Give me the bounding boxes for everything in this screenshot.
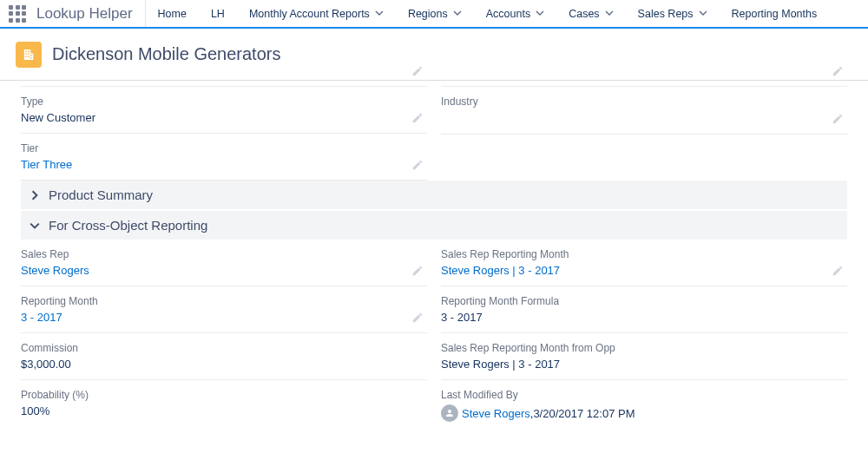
section-cross-object[interactable]: For Cross-Object Reporting	[21, 211, 847, 240]
field-sales-rep-reporting-month-opp: Sales Rep Reporting Month from Opp Steve…	[441, 333, 847, 380]
field-label: Sales Rep	[21, 248, 401, 260]
field-value: 3 - 2017	[441, 311, 821, 324]
field-label: Industry	[441, 95, 821, 108]
field-last-modified-by: Last Modified By Steve Rogers, 3/20/2017…	[441, 380, 847, 430]
edit-icon[interactable]	[411, 65, 424, 77]
nav-label: LH	[211, 8, 225, 20]
field-sales-rep-reporting-month: Sales Rep Reporting Month Steve Rogers |…	[441, 240, 847, 286]
record-header: Dickenson Mobile Generators	[0, 29, 868, 81]
nav-label: Regions	[408, 8, 448, 20]
field-label: Sales Rep Reporting Month	[441, 248, 821, 260]
field-reporting-month-formula: Reporting Month Formula 3 - 2017	[441, 286, 847, 333]
nav-label: Sales Reps	[638, 8, 694, 20]
edit-icon[interactable]	[411, 159, 424, 171]
field-label: Reporting Month	[21, 295, 401, 307]
timestamp: 3/20/2017 12:07 PM	[533, 407, 635, 420]
cross-object-fields: Sales Rep Steve Rogers Reporting Month 3…	[0, 240, 868, 430]
field-type: Type New Customer	[21, 87, 427, 134]
field-label: Reporting Month Formula	[441, 295, 821, 307]
chevron-down-icon[interactable]	[605, 8, 614, 20]
field-value-link[interactable]: 3 - 2017	[21, 311, 401, 324]
field-value-link[interactable]: Steve Rogers | 3 - 2017	[441, 264, 821, 277]
edit-icon[interactable]	[411, 265, 424, 277]
section-title: Product Summary	[49, 187, 153, 202]
nav-regions[interactable]: Regions	[396, 0, 474, 27]
field-value-link[interactable]: Tier Three	[21, 158, 401, 171]
field-value: 100%	[21, 404, 401, 417]
section-product-summary[interactable]: Product Summary	[21, 181, 847, 209]
chevron-right-icon	[30, 190, 40, 200]
edit-icon[interactable]	[832, 65, 844, 77]
nav-cases[interactable]: Cases	[556, 0, 625, 27]
detail-row: Type New Customer Tier Tier Three Indust…	[0, 87, 868, 181]
field-label: Tier	[21, 142, 401, 154]
field-commission: Commission $3,000.00	[21, 333, 427, 380]
app-launcher-cell: Lookup Helper	[0, 0, 146, 27]
chevron-down-icon	[30, 220, 40, 231]
chevron-down-icon[interactable]	[453, 8, 462, 20]
field-label: Probability (%)	[21, 389, 401, 401]
field-value: $3,000.00	[21, 358, 401, 371]
field-value-link[interactable]: Steve Rogers	[21, 264, 401, 277]
field-probability: Probability (%) 100%	[21, 380, 427, 426]
account-icon	[16, 42, 42, 68]
edit-icon[interactable]	[832, 113, 844, 125]
nav-tabs: Home LH Monthly Account Reports Regions …	[146, 0, 830, 27]
field-label: Commission	[21, 342, 401, 354]
field-value: New Customer	[21, 111, 401, 124]
nav-label: Home	[158, 8, 187, 20]
nav-reporting-months[interactable]: Reporting Months	[720, 0, 830, 27]
field-reporting-month: Reporting Month 3 - 2017	[21, 286, 427, 333]
chevron-down-icon[interactable]	[699, 8, 707, 20]
field-sales-rep: Sales Rep Steve Rogers	[21, 240, 427, 286]
nav-sales-reps[interactable]: Sales Reps	[626, 0, 720, 27]
field-label: Last Modified By	[441, 389, 821, 401]
field-partial-right	[441, 81, 847, 87]
avatar-icon	[441, 404, 458, 422]
app-launcher-icon[interactable]	[9, 5, 26, 23]
field-value: Steve Rogers | 3 - 2017	[441, 358, 821, 371]
record-body: Type New Customer Tier Tier Three Indust…	[0, 81, 868, 430]
app-name: Lookup Helper	[36, 5, 133, 23]
nav-monthly-account-reports[interactable]: Monthly Account Reports	[237, 0, 396, 27]
nav-label: Monthly Account Reports	[249, 8, 370, 20]
field-label: Sales Rep Reporting Month from Opp	[441, 342, 821, 354]
chevron-down-icon[interactable]	[375, 8, 384, 20]
section-title: For Cross-Object Reporting	[49, 218, 207, 233]
field-tier: Tier Tier Three	[21, 134, 427, 181]
field-partial-left	[21, 81, 427, 87]
field-label: Type	[21, 95, 401, 108]
top-partial-row	[0, 81, 868, 87]
user-link[interactable]: Steve Rogers	[462, 407, 530, 420]
nav-label: Reporting Months	[732, 8, 818, 20]
field-value: Steve Rogers, 3/20/2017 12:07 PM	[441, 404, 821, 422]
nav-home[interactable]: Home	[146, 0, 199, 27]
edit-icon[interactable]	[411, 312, 424, 324]
nav-accounts[interactable]: Accounts	[474, 0, 556, 27]
field-industry: Industry	[441, 87, 847, 135]
chevron-down-icon[interactable]	[536, 8, 544, 20]
edit-icon[interactable]	[832, 265, 844, 277]
record-title: Dickenson Mobile Generators	[52, 44, 280, 64]
global-nav: Lookup Helper Home LH Monthly Account Re…	[0, 0, 868, 29]
nav-lh[interactable]: LH	[199, 0, 237, 27]
nav-label: Accounts	[486, 8, 530, 20]
edit-icon[interactable]	[411, 112, 424, 124]
nav-label: Cases	[569, 8, 599, 20]
